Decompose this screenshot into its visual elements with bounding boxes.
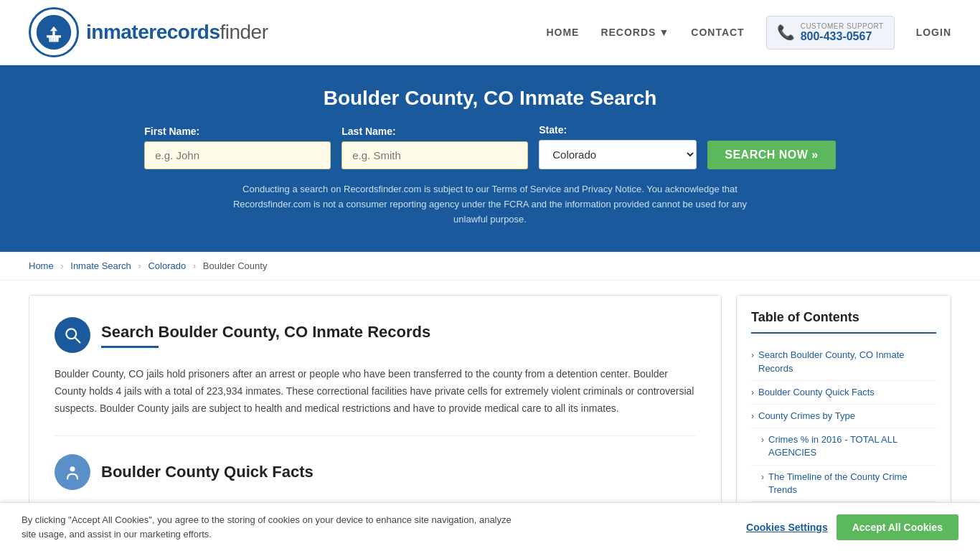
last-name-group: Last Name: [341, 126, 528, 169]
toc-title: Table of Contents [751, 310, 936, 325]
cookie-accept-button[interactable]: Accept All Cookies [837, 514, 958, 540]
main-nav: HOME RECORDS ▼ CONTACT 📞 CUSTOMER SUPPOR… [546, 16, 951, 50]
toc-divider [751, 332, 936, 334]
first-name-input[interactable] [144, 141, 331, 169]
toc-item-3[interactable]: › County Crimes by Type [751, 405, 936, 428]
main-section-title: Search Boulder County, CO Inmate Records [101, 323, 430, 342]
disclaimer-text: Conducting a search on Recordsfinder.com… [221, 182, 759, 227]
section-title-wrap: Search Boulder County, CO Inmate Records [101, 323, 430, 348]
site-header: inmaterecordsfinder HOME RECORDS ▼ CONTA… [0, 0, 980, 65]
breadcrumb-home[interactable]: Home [29, 260, 54, 271]
toc-link-5[interactable]: The Timeline of the County Crime Trends [768, 471, 936, 496]
toc-chevron-1: › [751, 350, 754, 360]
state-select[interactable]: Colorado Alabama Alaska Arizona Arkansas… [539, 140, 697, 169]
breadcrumb-sep-3: › [193, 260, 196, 271]
breadcrumb-inmate-search[interactable]: Inmate Search [70, 260, 131, 271]
logo-text: inmaterecordsfinder [86, 21, 268, 44]
login-button[interactable]: LOGIN [916, 27, 951, 38]
nav-contact[interactable]: CONTACT [691, 27, 744, 38]
search-section-icon [55, 317, 90, 353]
state-label: State: [539, 124, 697, 136]
svg-rect-7 [55, 37, 57, 42]
quick-facts-title: Boulder County Quick Facts [101, 463, 314, 481]
svg-point-10 [70, 466, 75, 471]
svg-rect-5 [50, 37, 52, 42]
phone-icon: 📞 [777, 24, 795, 41]
section-divider [55, 435, 696, 436]
cookie-settings-button[interactable]: Cookies Settings [746, 514, 828, 540]
last-name-input[interactable] [341, 141, 528, 169]
nav-home[interactable]: HOME [546, 27, 579, 38]
quick-facts-icon [55, 454, 90, 490]
toc-chevron-5: › [761, 472, 764, 482]
cookie-banner: By clicking "Accept All Cookies", you ag… [0, 502, 980, 551]
main-section-body: Boulder County, CO jails hold prisoners … [55, 366, 696, 417]
breadcrumb-colorado[interactable]: Colorado [148, 260, 186, 271]
search-banner: Boulder County, CO Inmate Search First N… [0, 65, 980, 252]
quick-facts-header: Boulder County Quick Facts [55, 454, 696, 490]
first-name-label: First Name: [144, 126, 331, 137]
toc-item-4[interactable]: › Crimes % in 2016 - TOTAL ALL AGENCIES [751, 428, 936, 465]
toc-item-1[interactable]: › Search Boulder County, CO Inmate Recor… [751, 344, 936, 380]
toc-link-4[interactable]: Crimes % in 2016 - TOTAL ALL AGENCIES [768, 433, 936, 459]
main-section-header: Search Boulder County, CO Inmate Records [55, 317, 696, 353]
toc-chevron-2: › [751, 387, 754, 397]
svg-rect-6 [52, 37, 54, 42]
search-button[interactable]: SEARCH NOW » [707, 141, 835, 169]
state-group: State: Colorado Alabama Alaska Arizona A… [539, 124, 697, 169]
toc-chevron-3: › [751, 411, 754, 421]
customer-support-box: 📞 CUSTOMER SUPPORT 800-433-0567 [766, 16, 895, 50]
first-name-group: First Name: [144, 126, 331, 169]
support-label: CUSTOMER SUPPORT [801, 22, 884, 30]
page-title: Boulder County, CO Inmate Search [29, 87, 951, 110]
toc-item-5[interactable]: › The Timeline of the County Crime Trend… [751, 466, 936, 502]
toc-chevron-4: › [761, 435, 764, 445]
title-underline [101, 346, 159, 348]
toc-link-3[interactable]: County Crimes by Type [758, 410, 855, 423]
svg-line-9 [75, 338, 80, 343]
last-name-label: Last Name: [341, 126, 528, 137]
toc-link-1[interactable]: Search Boulder County, CO Inmate Records [758, 349, 936, 375]
search-form: First Name: Last Name: State: Colorado A… [29, 124, 951, 169]
toc-link-2[interactable]: Boulder County Quick Facts [758, 386, 875, 399]
svg-rect-3 [52, 31, 55, 36]
breadcrumb-sep-1: › [60, 260, 63, 271]
breadcrumb-current: Boulder County [203, 260, 268, 271]
cookie-actions: Cookies Settings Accept All Cookies [746, 514, 958, 540]
chevron-down-icon: ▼ [659, 27, 669, 38]
cookie-text: By clicking "Accept All Cookies", you ag… [22, 513, 524, 541]
toc-item-2[interactable]: › Boulder County Quick Facts [751, 381, 936, 405]
breadcrumb-sep-2: › [138, 260, 141, 271]
logo-area: inmaterecordsfinder [29, 7, 268, 57]
logo-icon[interactable] [29, 7, 79, 57]
nav-records[interactable]: RECORDS ▼ [600, 27, 669, 38]
support-number[interactable]: 800-433-0567 [801, 30, 884, 43]
breadcrumb: Home › Inmate Search › Colorado › Boulde… [0, 252, 980, 281]
